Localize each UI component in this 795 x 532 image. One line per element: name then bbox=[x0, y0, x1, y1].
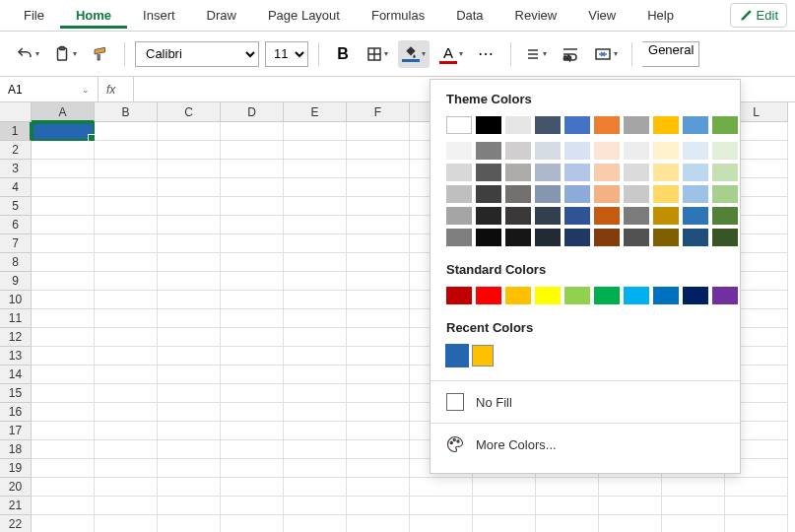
cell-L20[interactable] bbox=[725, 478, 788, 497]
tab-formulas[interactable]: Formulas bbox=[356, 2, 440, 29]
format-painter-button[interactable] bbox=[87, 40, 114, 68]
tab-page-layout[interactable]: Page Layout bbox=[252, 2, 356, 29]
cell-E8[interactable] bbox=[284, 253, 347, 272]
color-swatch[interactable] bbox=[446, 185, 472, 203]
cell-G22[interactable] bbox=[410, 515, 473, 532]
cell-D2[interactable] bbox=[221, 141, 284, 160]
cell-I21[interactable] bbox=[536, 497, 599, 515]
color-swatch[interactable] bbox=[712, 207, 738, 225]
row-header-2[interactable]: 2 bbox=[0, 141, 32, 160]
tab-insert[interactable]: Insert bbox=[127, 2, 191, 29]
tab-draw[interactable]: Draw bbox=[191, 2, 252, 29]
cell-F6[interactable] bbox=[347, 216, 410, 234]
color-swatch[interactable] bbox=[476, 185, 501, 203]
undo-button[interactable]: ▾ bbox=[12, 40, 43, 68]
cell-D7[interactable] bbox=[221, 234, 284, 253]
cell-F17[interactable] bbox=[347, 422, 410, 440]
cell-B9[interactable] bbox=[95, 272, 158, 291]
row-header-14[interactable]: 14 bbox=[0, 366, 32, 384]
color-swatch[interactable] bbox=[653, 287, 679, 304]
row-header-9[interactable]: 9 bbox=[0, 272, 32, 291]
cell-G20[interactable] bbox=[410, 478, 473, 497]
color-swatch[interactable] bbox=[476, 207, 501, 225]
cell-C20[interactable] bbox=[158, 478, 221, 497]
color-swatch[interactable] bbox=[712, 287, 738, 304]
color-swatch[interactable] bbox=[683, 207, 708, 225]
color-swatch[interactable] bbox=[712, 185, 738, 203]
recent-color-swatch[interactable] bbox=[472, 345, 494, 366]
cell-D6[interactable] bbox=[221, 216, 284, 234]
name-box[interactable]: A1 ⌄ bbox=[0, 77, 99, 101]
font-name-select[interactable]: Calibri bbox=[135, 41, 259, 67]
cell-E7[interactable] bbox=[284, 234, 347, 253]
cell-E15[interactable] bbox=[284, 384, 347, 403]
color-swatch[interactable] bbox=[476, 229, 501, 246]
cell-E14[interactable] bbox=[284, 366, 347, 384]
cell-K20[interactable] bbox=[662, 478, 725, 497]
font-color-button[interactable]: A ▾ bbox=[435, 40, 467, 68]
cell-B2[interactable] bbox=[95, 141, 158, 160]
row-header-11[interactable]: 11 bbox=[0, 309, 32, 328]
row-header-15[interactable]: 15 bbox=[0, 384, 32, 403]
color-swatch[interactable] bbox=[505, 229, 531, 246]
cell-B1[interactable] bbox=[95, 122, 158, 141]
cell-F1[interactable] bbox=[347, 122, 410, 141]
color-swatch[interactable] bbox=[535, 116, 561, 134]
color-swatch[interactable] bbox=[683, 164, 708, 181]
column-header-E[interactable]: E bbox=[284, 102, 347, 122]
color-swatch[interactable] bbox=[653, 164, 679, 181]
cell-B8[interactable] bbox=[95, 253, 158, 272]
more-font-button[interactable]: ⋯ bbox=[473, 40, 500, 68]
color-swatch[interactable] bbox=[535, 185, 561, 203]
cell-B5[interactable] bbox=[95, 197, 158, 216]
row-header-7[interactable]: 7 bbox=[0, 234, 32, 253]
fill-color-button[interactable]: ▾ bbox=[398, 40, 430, 68]
cell-E16[interactable] bbox=[284, 403, 347, 422]
color-swatch[interactable] bbox=[446, 116, 472, 134]
cell-F10[interactable] bbox=[347, 291, 410, 309]
cell-K21[interactable] bbox=[662, 497, 725, 515]
cell-D22[interactable] bbox=[221, 515, 284, 532]
cell-C16[interactable] bbox=[158, 403, 221, 422]
cell-D4[interactable] bbox=[221, 178, 284, 197]
cell-A11[interactable] bbox=[32, 309, 95, 328]
number-format-select[interactable]: General bbox=[642, 41, 699, 67]
color-swatch[interactable] bbox=[624, 164, 649, 181]
borders-button[interactable]: ▾ bbox=[363, 40, 392, 68]
cell-G21[interactable] bbox=[410, 497, 473, 515]
cell-F13[interactable] bbox=[347, 347, 410, 366]
color-swatch[interactable] bbox=[624, 185, 649, 203]
color-swatch[interactable] bbox=[712, 142, 738, 160]
color-swatch[interactable] bbox=[653, 207, 679, 225]
cell-A21[interactable] bbox=[32, 497, 95, 515]
cell-E12[interactable] bbox=[284, 328, 347, 347]
cell-B12[interactable] bbox=[95, 328, 158, 347]
cell-C3[interactable] bbox=[158, 160, 221, 178]
cell-E18[interactable] bbox=[284, 440, 347, 459]
row-header-13[interactable]: 13 bbox=[0, 347, 32, 366]
color-swatch[interactable] bbox=[683, 116, 708, 134]
cell-F2[interactable] bbox=[347, 141, 410, 160]
color-swatch[interactable] bbox=[683, 287, 708, 304]
cell-A22[interactable] bbox=[32, 515, 95, 532]
recent-color-swatch[interactable] bbox=[446, 345, 468, 366]
tab-help[interactable]: Help bbox=[631, 2, 690, 29]
color-swatch[interactable] bbox=[624, 142, 649, 160]
column-header-B[interactable]: B bbox=[95, 102, 158, 122]
cell-C4[interactable] bbox=[158, 178, 221, 197]
tab-view[interactable]: View bbox=[572, 2, 631, 29]
cell-D10[interactable] bbox=[221, 291, 284, 309]
cell-E5[interactable] bbox=[284, 197, 347, 216]
color-swatch[interactable] bbox=[653, 229, 679, 246]
color-swatch[interactable] bbox=[624, 229, 649, 246]
cell-F3[interactable] bbox=[347, 160, 410, 178]
color-swatch[interactable] bbox=[564, 287, 590, 304]
cell-B14[interactable] bbox=[95, 366, 158, 384]
row-header-19[interactable]: 19 bbox=[0, 459, 32, 478]
color-swatch[interactable] bbox=[653, 185, 679, 203]
row-header-5[interactable]: 5 bbox=[0, 197, 32, 216]
cell-A13[interactable] bbox=[32, 347, 95, 366]
cell-A3[interactable] bbox=[32, 160, 95, 178]
cell-F22[interactable] bbox=[347, 515, 410, 532]
color-swatch[interactable] bbox=[535, 229, 561, 246]
